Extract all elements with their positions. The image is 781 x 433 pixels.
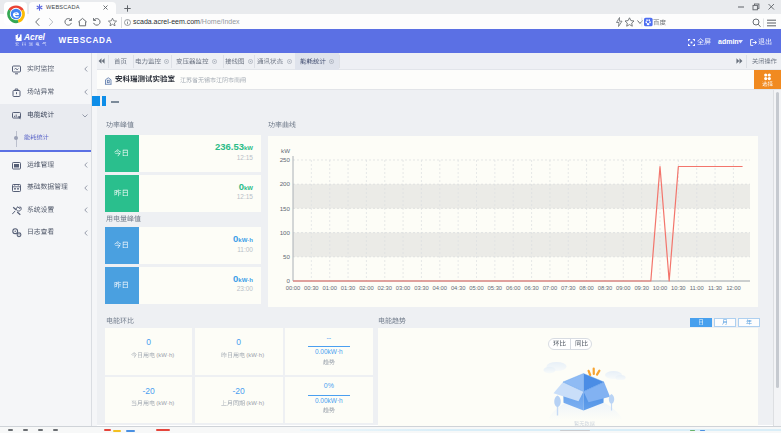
svg-text:06:30: 06:30 bbox=[524, 285, 539, 291]
svg-text:04:30: 04:30 bbox=[451, 285, 466, 291]
svg-text:09:30: 09:30 bbox=[634, 285, 649, 291]
svg-text:100: 100 bbox=[280, 229, 291, 236]
svg-text:11:30: 11:30 bbox=[708, 285, 722, 291]
svg-text:50: 50 bbox=[283, 253, 290, 260]
svg-text:07:00: 07:00 bbox=[543, 285, 558, 291]
svg-text:03:00: 03:00 bbox=[396, 285, 411, 291]
svg-text:07:30: 07:30 bbox=[561, 285, 576, 291]
svg-text:10:00: 10:00 bbox=[653, 285, 668, 291]
svg-text:02:00: 02:00 bbox=[359, 285, 374, 291]
svg-text:11:00: 11:00 bbox=[690, 285, 704, 291]
svg-text:01:30: 01:30 bbox=[341, 285, 356, 291]
svg-text:200: 200 bbox=[280, 180, 291, 187]
svg-text:10:30: 10:30 bbox=[671, 285, 686, 291]
svg-text:00:30: 00:30 bbox=[304, 285, 319, 291]
svg-text:01:00: 01:00 bbox=[322, 285, 337, 291]
svg-text:250: 250 bbox=[280, 156, 291, 163]
svg-text:09:00: 09:00 bbox=[616, 285, 631, 291]
svg-text:05:00: 05:00 bbox=[469, 285, 484, 291]
svg-text:0: 0 bbox=[287, 277, 291, 284]
svg-text:05:30: 05:30 bbox=[488, 285, 503, 291]
svg-text:04:00: 04:00 bbox=[433, 285, 448, 291]
svg-text:02:30: 02:30 bbox=[377, 285, 392, 291]
svg-text:06:00: 06:00 bbox=[506, 285, 521, 291]
svg-text:08:00: 08:00 bbox=[579, 285, 594, 291]
svg-text:kW: kW bbox=[281, 147, 290, 154]
svg-text:03:30: 03:30 bbox=[414, 285, 429, 291]
svg-text:150: 150 bbox=[280, 205, 291, 212]
svg-text:12:00: 12:00 bbox=[726, 285, 741, 291]
svg-text:00:00: 00:00 bbox=[286, 285, 301, 291]
svg-text:08:30: 08:30 bbox=[598, 285, 613, 291]
